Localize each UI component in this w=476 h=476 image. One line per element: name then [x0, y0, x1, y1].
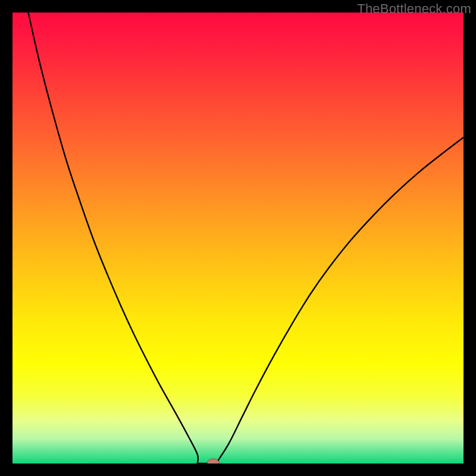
gradient-background: [12, 12, 464, 464]
plot-area: [12, 12, 464, 464]
watermark-text: TheBottleneck.com: [357, 1, 471, 17]
chart-frame: TheBottleneck.com: [0, 0, 476, 476]
bottleneck-chart: [12, 12, 464, 464]
